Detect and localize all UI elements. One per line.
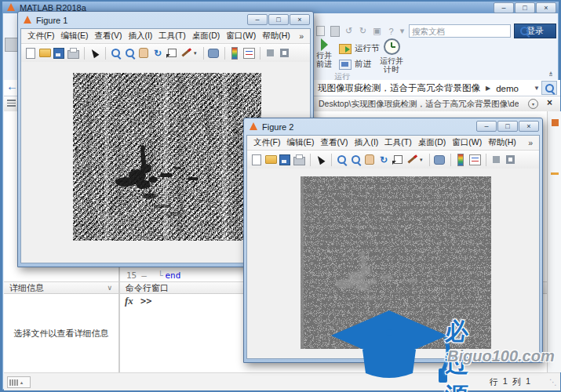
brush-icon[interactable] bbox=[406, 154, 418, 166]
figure1-toolbar: ↻ ▾ bbox=[21, 44, 310, 63]
figure2-maximize-button[interactable]: □ bbox=[497, 121, 518, 132]
analyzer-status-icon[interactable] bbox=[552, 119, 559, 126]
breadcrumb-current-folder[interactable]: demo bbox=[496, 84, 519, 93]
menu-help[interactable]: 帮助(H) bbox=[259, 31, 293, 42]
search-icon[interactable] bbox=[520, 27, 529, 35]
zoom-out-icon[interactable] bbox=[123, 47, 136, 60]
details-panel-header[interactable]: 详细信息 ∨ bbox=[4, 281, 118, 294]
figure2-titlebar[interactable]: Figure 2 – □ × bbox=[246, 118, 540, 135]
command-prompt[interactable]: >> bbox=[140, 296, 151, 307]
busy-indicator[interactable]: ▴ bbox=[7, 376, 31, 388]
edit-plot-icon[interactable] bbox=[88, 47, 100, 60]
menu-insert[interactable]: 插入(I) bbox=[125, 31, 155, 42]
run-advance-button[interactable]: 行并 前进 bbox=[314, 38, 334, 68]
matlab-figure-icon bbox=[24, 16, 31, 24]
menu-file[interactable]: 文件(F) bbox=[24, 31, 57, 42]
copy-icon[interactable] bbox=[315, 26, 326, 37]
menu-desktop[interactable]: 桌面(D) bbox=[415, 137, 450, 148]
zoom-in-icon[interactable] bbox=[335, 154, 348, 166]
search-input[interactable] bbox=[410, 27, 520, 36]
tab-menu-icon[interactable]: ▾ bbox=[528, 99, 538, 109]
breadcrumb-dropdown-icon[interactable]: ▼ bbox=[534, 85, 540, 92]
back-icon[interactable]: ← bbox=[6, 80, 18, 93]
run-section-button[interactable]: 运行节 bbox=[339, 43, 380, 54]
editor-code-line[interactable]: 15 – └ end bbox=[126, 270, 180, 281]
menu-edit[interactable]: 编辑(E) bbox=[283, 137, 317, 148]
open-file-icon[interactable] bbox=[38, 47, 51, 60]
figure1-maximize-button[interactable]: □ bbox=[268, 14, 289, 25]
warning-marker[interactable] bbox=[551, 172, 559, 175]
rotate3d-icon[interactable]: ↻ bbox=[151, 47, 164, 60]
collapse-ribbon-icon[interactable]: ▴ bbox=[549, 70, 552, 76]
pan-icon[interactable] bbox=[137, 47, 150, 60]
hide-plot-tools-icon[interactable] bbox=[490, 154, 502, 166]
brush-icon[interactable] bbox=[180, 47, 192, 60]
insert-colorbar-icon[interactable] bbox=[454, 154, 467, 166]
paste-icon[interactable] bbox=[329, 26, 341, 37]
menu-window[interactable]: 窗口(W) bbox=[223, 31, 259, 42]
figure2-close-button[interactable]: × bbox=[519, 121, 539, 132]
main-window-controls: – □ × bbox=[493, 2, 556, 13]
redo-icon[interactable]: ↻ bbox=[357, 26, 369, 37]
brush-dropdown-icon[interactable]: ▾ bbox=[420, 157, 426, 163]
menu-window[interactable]: 窗口(W) bbox=[449, 137, 485, 148]
menu-tools[interactable]: 工具(T) bbox=[381, 137, 414, 148]
print-icon[interactable] bbox=[293, 154, 305, 166]
details-collapse-icon[interactable]: ∨ bbox=[107, 284, 112, 292]
editor-file-tab[interactable]: Desktop\实现图像瑕疵检测，适合于高冗余背景图像\demo\det... bbox=[319, 99, 519, 110]
hide-plot-tools-icon[interactable] bbox=[264, 47, 276, 60]
new-figure-icon[interactable] bbox=[24, 47, 37, 60]
show-plot-tools-icon[interactable] bbox=[504, 154, 516, 166]
window-switch-icon[interactable]: ▣ bbox=[371, 26, 383, 37]
insert-legend-icon[interactable] bbox=[468, 154, 481, 166]
menu-file[interactable]: 文件(F) bbox=[250, 137, 283, 148]
menu-view[interactable]: 查看(V) bbox=[91, 31, 125, 42]
status-bar: ▴ 行 1 列 1 ⋱ bbox=[4, 372, 560, 390]
insert-colorbar-icon[interactable] bbox=[228, 47, 241, 60]
figure1-titlebar[interactable]: Figure 1 – □ × bbox=[20, 12, 311, 28]
show-plot-tools-icon[interactable] bbox=[278, 47, 290, 60]
menu-insert[interactable]: 插入(I) bbox=[351, 137, 381, 148]
menu-help[interactable]: 帮助(H) bbox=[485, 137, 519, 148]
zoom-in-icon[interactable] bbox=[109, 47, 122, 60]
data-cursor-icon[interactable] bbox=[392, 154, 404, 166]
new-figure-icon[interactable] bbox=[250, 154, 263, 166]
menu-tools[interactable]: 工具(T) bbox=[155, 31, 188, 42]
print-icon[interactable] bbox=[67, 47, 79, 60]
brush-dropdown-icon[interactable]: ▾ bbox=[194, 50, 200, 56]
figure1-close-button[interactable]: × bbox=[290, 14, 310, 25]
figure1-minimize-button[interactable]: – bbox=[247, 14, 268, 25]
run-and-time-button[interactable]: 运行并 计时 bbox=[378, 38, 405, 74]
pan-icon[interactable] bbox=[363, 154, 376, 166]
link-plot-icon[interactable] bbox=[207, 47, 220, 60]
help-dropdown-icon[interactable]: ▾ bbox=[399, 26, 405, 37]
menu-overflow-icon[interactable]: » bbox=[525, 138, 536, 147]
panel-menu-icon[interactable] bbox=[7, 98, 16, 108]
menu-overflow-icon[interactable]: » bbox=[296, 31, 307, 41]
save-icon[interactable] bbox=[53, 47, 65, 60]
open-file-icon[interactable] bbox=[264, 154, 277, 166]
zoom-out-icon[interactable] bbox=[349, 154, 362, 166]
close-button[interactable]: × bbox=[536, 2, 556, 13]
save-icon[interactable] bbox=[279, 154, 291, 166]
folder-search-button[interactable] bbox=[541, 81, 557, 95]
data-cursor-icon[interactable] bbox=[166, 47, 178, 60]
insert-legend-icon[interactable] bbox=[242, 47, 255, 60]
link-plot-icon[interactable] bbox=[433, 154, 446, 166]
tab-close-icon[interactable]: × bbox=[547, 97, 552, 108]
breadcrumb-path[interactable]: 现图像瑕疵检测，适合于高冗余背景图像 bbox=[318, 82, 480, 94]
menu-edit[interactable]: 编辑(E) bbox=[57, 31, 91, 42]
figure2-minimize-button[interactable]: – bbox=[476, 121, 497, 132]
resize-grip[interactable]: ⋱ bbox=[549, 378, 557, 387]
help-icon[interactable]: ? bbox=[385, 26, 397, 37]
breadcrumb[interactable]: 现图像瑕疵检测，适合于高冗余背景图像 ▶ demo bbox=[318, 82, 519, 94]
menu-desktop[interactable]: 桌面(D) bbox=[189, 31, 224, 42]
minimize-button[interactable]: – bbox=[494, 2, 514, 13]
rotate3d-icon[interactable]: ↻ bbox=[377, 154, 390, 166]
advance-button[interactable]: 前进 bbox=[339, 59, 371, 70]
maximize-button[interactable]: □ bbox=[515, 2, 535, 13]
undo-icon[interactable]: ↺ bbox=[343, 26, 355, 37]
edit-plot-icon[interactable] bbox=[314, 154, 326, 166]
code-analyzer-strip[interactable] bbox=[547, 111, 561, 372]
menu-view[interactable]: 查看(V) bbox=[317, 137, 351, 148]
